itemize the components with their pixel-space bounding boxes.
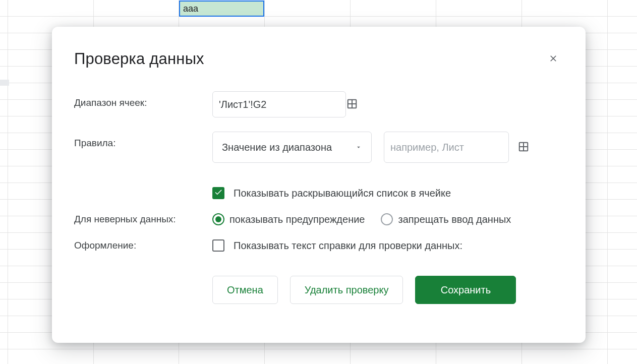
- cell-range-field[interactable]: [212, 91, 346, 117]
- on-invalid-radio-group: показывать предупреждение запрещать ввод…: [212, 213, 563, 225]
- show-dropdown-checkbox[interactable]: [212, 187, 224, 199]
- radio-show-warning[interactable]: показывать предупреждение: [212, 213, 365, 225]
- cancel-button[interactable]: Отмена: [212, 276, 278, 304]
- rule-type-dropdown[interactable]: Значение из диапазона: [212, 132, 372, 163]
- radio-icon: [212, 213, 224, 225]
- radio-show-warning-label: показывать предупреждение: [229, 214, 365, 225]
- rule-source-picker-button[interactable]: [518, 140, 529, 154]
- show-help-text-label: Показывать текст справки для проверки да…: [234, 240, 462, 252]
- data-validation-dialog: Проверка данных Диапазон ячеек:: [52, 27, 586, 343]
- dialog-title: Проверка данных: [74, 50, 204, 68]
- radio-icon: [381, 213, 393, 225]
- close-button[interactable]: [543, 49, 563, 69]
- on-invalid-label: Для неверных данных:: [74, 214, 212, 225]
- cell-range-picker-button[interactable]: [346, 97, 358, 111]
- cell-range-input[interactable]: [219, 99, 346, 110]
- appearance-label: Оформление:: [74, 240, 212, 251]
- remove-validation-button[interactable]: Удалить проверку: [290, 276, 403, 304]
- show-help-text-checkbox[interactable]: [212, 239, 224, 252]
- save-button[interactable]: Сохранить: [415, 276, 516, 304]
- rule-type-selected: Значение из диапазона: [222, 142, 332, 153]
- grid-icon: [346, 98, 358, 111]
- rule-source-field[interactable]: [384, 132, 509, 163]
- rules-label: Правила:: [74, 132, 212, 149]
- checkmark-icon: [214, 188, 223, 199]
- chevron-down-icon: [355, 142, 362, 153]
- active-cell[interactable]: aaa: [179, 1, 264, 17]
- rule-source-input[interactable]: [390, 142, 518, 153]
- radio-reject-input-label: запрещать ввод данных: [398, 214, 511, 225]
- close-icon: [548, 53, 558, 65]
- cell-range-label: Диапазон ячеек:: [74, 91, 212, 108]
- show-dropdown-label: Показывать раскрывающийся список в ячейк…: [234, 188, 451, 199]
- active-cell-value: aaa: [183, 4, 198, 14]
- dialog-button-row: Отмена Удалить проверку Сохранить: [74, 276, 563, 304]
- grid-icon: [518, 141, 529, 154]
- radio-reject-input[interactable]: запрещать ввод данных: [381, 213, 511, 225]
